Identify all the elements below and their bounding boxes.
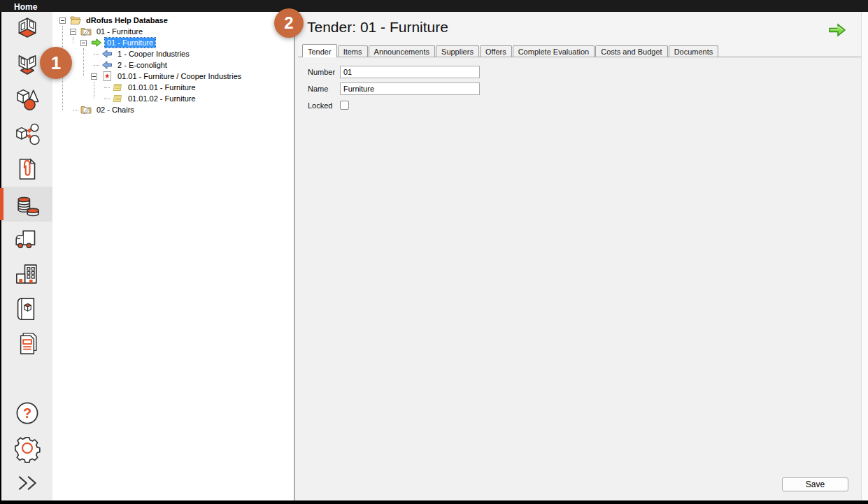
locked-checkbox[interactable] [340,101,349,110]
number-field[interactable] [340,66,480,78]
svg-text:?: ? [22,405,31,421]
tree-node-label: 01.01.02 - Furniture [126,94,198,103]
tree-connector [101,82,112,93]
building-icon [13,259,42,289]
tree-connector [101,93,112,104]
tree-connector [70,104,80,115]
sidebar-item-expand[interactable] [1,466,52,501]
sidebar-item-catalog[interactable] [1,291,52,326]
right-scroll-strip[interactable] [861,12,868,501]
tree-node-label: 02 - Chairs [94,105,136,115]
tab-complete-evaluation[interactable]: Complete Evaluation [513,45,595,57]
top-menu-bar: Home [0,0,868,12]
tree-expander-icon[interactable] [70,29,76,35]
tab-suppliers[interactable]: Suppliers [436,45,479,57]
settings-gear-icon [13,433,42,463]
tree-expander-icon[interactable] [91,73,97,80]
callout-badge-1: 1 [40,47,72,79]
form-row-name: Name [308,82,862,95]
tree-node[interactable]: dRofus Help Database [52,15,294,26]
blue-back-arrow-icon [101,59,113,71]
tree-node[interactable]: 1 - Cooper Industries [52,48,294,59]
reports-icon [13,329,42,359]
sidebar-item-settings[interactable] [1,431,52,466]
green-arrow-icon [91,37,102,48]
room-alt-icon [13,50,42,79]
sidebar-item-systems[interactable] [1,117,52,152]
form-row-locked: Locked [308,99,862,112]
tender-coins-icon [13,189,42,219]
sidebar-item-attachments[interactable] [1,152,52,187]
callout-badge-2: 2 [274,8,304,38]
tab-content: Number Name Locked Save [298,57,862,501]
tree-node[interactable]: 01.01.01 - Furniture [52,82,294,93]
sidebar-item-tenders[interactable] [1,187,52,222]
tab-costs-and-budget[interactable]: Costs and Budget [595,45,667,57]
app-frame: ? dRofus Help Database01 - Furniture01 -… [1,12,868,501]
tree-node[interactable]: 01 - Furniture [52,37,294,48]
help-icon: ? [13,398,42,428]
sidebar: ? [1,12,52,501]
name-field[interactable] [340,82,480,95]
blue-back-arrow-icon [101,48,113,59]
tree-expander-icon[interactable] [80,40,87,46]
tree-node-label: 01 - Furniture [105,38,155,48]
page-star-icon [101,71,113,82]
tree-node-label: 01.01.01 - Furniture [126,82,198,92]
name-label: Name [308,85,340,93]
tree-node-label: 01.01 - Furniture / Cooper Industries [115,71,243,81]
tree-connector [91,59,101,71]
tree-expander-icon[interactable] [59,17,66,24]
tab-bar: TenderItemsAnnouncementsSuppliersOffersC… [298,43,862,57]
sidebar-item-help[interactable]: ? [1,396,52,431]
tree-node[interactable]: 2 - E-conolight [52,59,294,71]
tab-tender[interactable]: Tender [302,44,337,57]
home-menu-item[interactable]: Home [0,1,37,13]
truck-icon [13,224,42,254]
tree-node-label: 01 - Furniture [94,27,145,36]
main-header: Tender: 01 - Furniture [298,12,862,43]
green-forward-arrow-icon[interactable] [828,22,846,38]
sidebar-item-rooms[interactable] [1,12,52,47]
tree-node[interactable]: 02 - Chairs [52,104,294,115]
attachment-icon [13,154,42,184]
tree-node[interactable]: 01 - Furniture [52,26,294,37]
form-row-number: Number [308,65,862,78]
main-panel: Tender: 01 - Furniture TenderItemsAnnoun… [298,12,862,501]
note-icon [112,82,123,93]
folder-edit-icon [80,104,92,115]
tree-node-label: 2 - E-conolight [115,60,169,70]
sidebar-item-buildings[interactable] [1,257,52,291]
room-icon [13,15,42,44]
tree-node[interactable]: 01.01 - Furniture / Cooper Industries [52,71,294,82]
items-icon [13,85,42,114]
tree-node-label: dRofus Help Database [84,15,170,25]
save-button[interactable]: Save [782,477,848,491]
tab-offers[interactable]: Offers [480,45,512,57]
tree-node[interactable]: 01.01.02 - Furniture [52,93,294,104]
page-title: Tender: 01 - Furniture [298,12,862,36]
locked-label: Locked [308,101,340,110]
tree-panel: dRofus Help Database01 - Furniture01 - F… [52,12,295,501]
sidebar-item-items[interactable] [1,82,52,117]
folder-edit-icon [80,26,92,37]
systems-icon [13,120,42,149]
tab-items[interactable]: Items [338,45,368,57]
number-label: Number [308,68,340,76]
tree-connector [91,48,101,59]
sidebar-item-reports[interactable] [1,326,52,361]
tab-announcements[interactable]: Announcements [369,45,436,57]
tab-documents[interactable]: Documents [669,45,719,57]
tree-node-label: 1 - Cooper Industries [115,49,192,59]
tree-rows: dRofus Help Database01 - Furniture01 - F… [52,12,294,115]
catalog-book-icon [13,294,42,324]
folder-open-icon [70,15,81,26]
note-icon [112,93,123,104]
sidebar-item-logistics[interactable] [1,222,52,257]
expand-chevrons-icon [13,468,42,498]
